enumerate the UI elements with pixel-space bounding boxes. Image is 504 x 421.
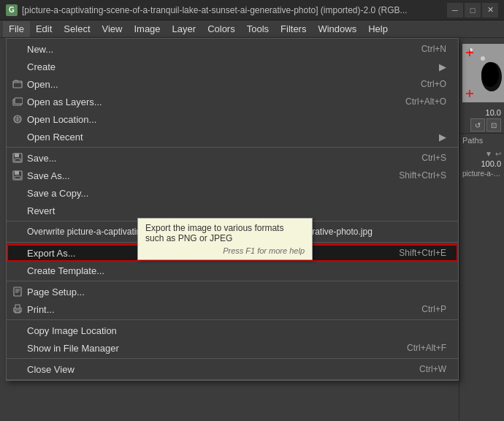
menu-page-setup[interactable]: Page Setup... [7, 283, 458, 300]
close-button[interactable]: ✕ [482, 3, 498, 18]
window-title: [picture-a-captivating-scene-of-a-tranqu… [22, 5, 447, 15]
menu-copy-image-location[interactable]: Copy Image Location [7, 322, 458, 339]
menu-open[interactable]: Open... Ctrl+O [7, 75, 458, 93]
thumbnail [462, 44, 504, 102]
tooltip: Export the image to various formats such… [137, 218, 313, 260]
menu-view[interactable]: View [96, 21, 129, 37]
maximize-button[interactable]: □ [465, 3, 481, 18]
right-panel: 10.0 ↺ ⊡ Paths ▼ ↩ 100.0 picture-a-cap [459, 38, 504, 421]
svg-rect-10 [14, 287, 21, 296]
svg-rect-9 [15, 176, 20, 179]
fit-button[interactable]: ⊡ [486, 118, 501, 132]
menu-revert[interactable]: Revert [7, 202, 458, 219]
svg-rect-6 [15, 159, 20, 162]
menu-select[interactable]: Select [58, 21, 96, 37]
svg-rect-15 [15, 305, 20, 308]
window-controls: ─ □ ✕ [447, 3, 498, 18]
menu-save-as[interactable]: Save As... Shift+Ctrl+S [7, 167, 458, 184]
menu-image[interactable]: Image [128, 21, 166, 37]
app-icon: G [6, 4, 18, 16]
file-dropdown: New... Ctrl+N Create ▶ Open... Ctrl+O Op… [6, 38, 459, 381]
svg-point-23 [470, 48, 473, 51]
section-close: Close View Ctrl+W [7, 359, 458, 380]
menu-show-file-manager[interactable]: Show in File Manager Ctrl+Alt+F [7, 339, 458, 357]
section-new: New... Ctrl+N Create ▶ Open... Ctrl+O Op… [7, 39, 458, 148]
section-copy: Copy Image Location Show in File Manager… [7, 320, 458, 359]
menu-bar: File Edit Select View Image Layer Colors… [0, 20, 504, 38]
paths-section: Paths [459, 133, 504, 147]
panel-dropdowns: ▼ ↩ [459, 148, 504, 159]
svg-point-24 [481, 56, 485, 61]
open-layers-icon [11, 95, 24, 108]
paths-label: Paths [462, 136, 483, 145]
panel-filename: picture-a-cap [459, 168, 504, 179]
menu-open-recent[interactable]: Open Recent ▶ [7, 128, 458, 145]
section-save: Save... Ctrl+S Save As... Shift+Ctrl+S S… [7, 148, 458, 221]
svg-rect-8 [15, 171, 19, 175]
svg-rect-2 [15, 98, 23, 104]
menu-save-copy[interactable]: Save a Copy... [7, 184, 458, 202]
menu-open-as-layers[interactable]: Open as Layers... Ctrl+Alt+O [7, 93, 458, 110]
menu-edit[interactable]: Edit [30, 21, 58, 37]
tooltip-hint: Press F1 for more help [145, 246, 305, 255]
panel-buttons-row: ↺ ⊡ [459, 117, 504, 133]
save-as-icon [11, 169, 24, 182]
menu-save[interactable]: Save... Ctrl+S [7, 149, 458, 167]
location-icon [11, 113, 24, 126]
print-icon [11, 303, 24, 316]
menu-print[interactable]: Print... Ctrl+P [7, 300, 458, 318]
panel-percent-value: 100.0 [459, 159, 504, 168]
menu-help[interactable]: Help [362, 21, 394, 37]
dropdown-arrow-2: ↩ [495, 150, 501, 158]
open-icon [11, 77, 24, 91]
minimize-button[interactable]: ─ [447, 3, 463, 18]
menu-close-view[interactable]: Close View Ctrl+W [7, 360, 458, 378]
section-print: Page Setup... Print... Ctrl+P [7, 281, 458, 320]
save-icon [11, 151, 24, 164]
page-setup-icon [11, 285, 24, 298]
dropdown-arrow-1: ▼ [485, 150, 492, 158]
menu-tools[interactable]: Tools [241, 21, 275, 37]
menu-create-template[interactable]: Create Template... [7, 262, 458, 279]
menu-file[interactable]: File [3, 21, 30, 37]
menu-create[interactable]: Create ▶ [7, 58, 458, 75]
title-bar: G [picture-a-captivating-scene-of-a-tran… [0, 0, 504, 20]
menu-new[interactable]: New... Ctrl+N [7, 40, 458, 58]
svg-point-20 [481, 62, 499, 87]
menu-layer[interactable]: Layer [167, 21, 202, 37]
svg-rect-5 [15, 153, 19, 157]
tooltip-text: Export the image to various formats such… [145, 223, 305, 243]
menu-windows[interactable]: Windows [312, 21, 362, 37]
svg-rect-0 [13, 81, 22, 88]
menu-open-location[interactable]: Open Location... [7, 110, 458, 128]
refresh-button[interactable]: ↺ [470, 118, 485, 132]
panel-zoom-value: 10.0 [459, 108, 504, 117]
menu-filters[interactable]: Filters [275, 21, 312, 37]
menu-colors[interactable]: Colors [202, 21, 241, 37]
